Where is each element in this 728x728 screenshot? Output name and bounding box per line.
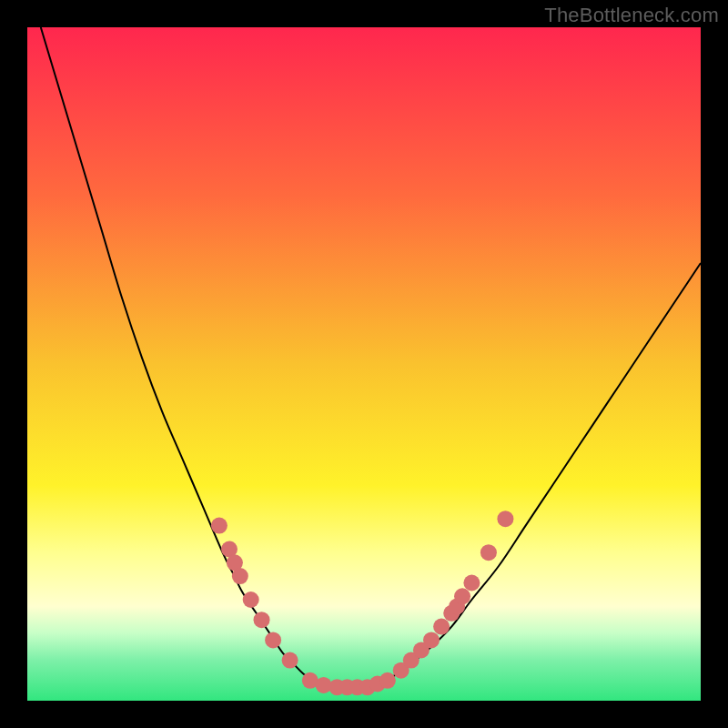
- data-point: [497, 511, 513, 527]
- chart-stage: TheBottleneck.com: [0, 0, 728, 728]
- plot-area: [27, 27, 701, 701]
- watermark-text: TheBottleneck.com: [544, 4, 719, 27]
- data-point: [265, 632, 281, 648]
- data-point: [243, 592, 259, 608]
- data-point: [423, 632, 440, 648]
- gradient-background: [27, 27, 701, 701]
- data-point: [463, 575, 480, 592]
- data-point: [211, 518, 228, 534]
- data-point: [454, 588, 470, 604]
- data-point: [433, 619, 450, 635]
- data-point: [232, 568, 248, 584]
- data-point: [379, 672, 396, 689]
- data-point: [480, 544, 497, 561]
- data-point: [282, 652, 298, 669]
- chart-svg: [27, 27, 701, 701]
- data-point: [254, 612, 270, 628]
